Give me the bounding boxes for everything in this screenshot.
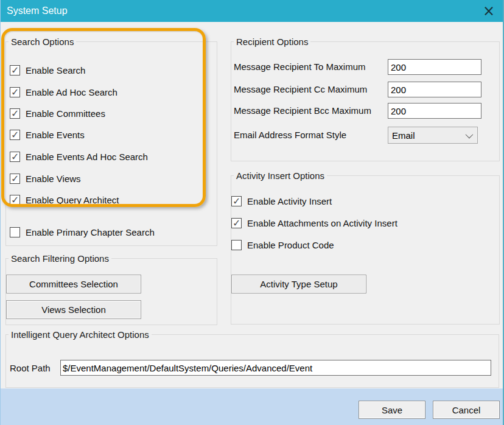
checkbox-label: Enable Search — [26, 65, 85, 76]
checkbox-label: Enable Activity Insert — [247, 196, 332, 206]
cancel-button[interactable]: Cancel — [433, 401, 500, 419]
checkbox-row-attachments-activity-insert[interactable]: Enable Attachments on Activity Insert — [231, 217, 397, 229]
recipient-to-label: Message Recipient To Maximum — [234, 61, 365, 72]
email-format-value: Email — [392, 130, 415, 141]
checkbox-row-primary-chapter-search[interactable]: Enable Primary Chapter Search — [10, 226, 155, 238]
save-button[interactable]: Save — [359, 401, 425, 419]
enable-primary-chapter-search-checkbox[interactable] — [10, 227, 20, 237]
search-filtering-title: Search Filtering Options — [9, 253, 111, 264]
enable-events-adhoc-checkbox[interactable] — [10, 152, 20, 162]
recipient-options-group: Recipient Options Message Recipient To M… — [231, 41, 500, 161]
enable-query-architect-checkbox[interactable] — [10, 195, 20, 205]
enable-attachments-checkbox[interactable] — [231, 218, 242, 228]
checkbox-label: Enable Query Architect — [26, 195, 119, 205]
recipient-options-title: Recipient Options — [234, 37, 310, 47]
checkbox-row-enable-views[interactable]: Enable Views — [10, 172, 81, 184]
search-filtering-group: Search Filtering Options Committees Sele… — [5, 258, 217, 325]
titlebar: System Setup × — [1, 0, 504, 22]
recipient-cc-label: Message Recipient Cc Maximum — [234, 84, 367, 94]
recipient-to-max-input[interactable] — [388, 59, 481, 75]
checkbox-label: Enable Ad Hoc Search — [26, 87, 117, 97]
search-options-group: Search Options Enable Search Enable Ad H… — [5, 41, 217, 246]
checkbox-row-enable-events-adhoc[interactable]: Enable Events Ad Hoc Search — [10, 150, 148, 163]
checkbox-label: Enable Views — [26, 174, 81, 184]
checkbox-row-enable-events[interactable]: Enable Events — [10, 128, 85, 141]
recipient-to-row: Message Recipient To Maximum — [234, 59, 498, 75]
email-format-row: Email Address Format Style Email — [234, 127, 498, 144]
chevron-down-icon — [466, 130, 474, 138]
enable-product-code-checkbox[interactable] — [231, 240, 242, 250]
close-icon[interactable]: × — [480, 5, 497, 17]
search-options-title: Search Options — [9, 37, 76, 47]
enable-events-checkbox[interactable] — [10, 130, 20, 140]
checkbox-row-activity-insert[interactable]: Enable Activity Insert — [231, 195, 332, 207]
recipient-cc-max-input[interactable] — [388, 82, 481, 97]
checkbox-label: Enable Events Ad Hoc Search — [26, 152, 148, 162]
activity-type-setup-button[interactable]: Activity Type Setup — [231, 275, 366, 293]
root-path-input[interactable] — [60, 360, 491, 376]
recipient-bcc-max-input[interactable] — [388, 103, 481, 119]
checkbox-label: Enable Primary Chapter Search — [26, 227, 155, 237]
recipient-cc-row: Message Recipient Cc Maximum — [234, 82, 498, 97]
checkbox-row-enable-search[interactable]: Enable Search — [10, 64, 85, 76]
checkbox-label: Enable Product Code — [247, 240, 334, 250]
enable-committees-checkbox[interactable] — [10, 108, 20, 119]
enable-search-checkbox[interactable] — [10, 65, 20, 76]
enable-activity-insert-checkbox[interactable] — [231, 196, 242, 206]
recipient-bcc-label: Message Recipient Bcc Maximum — [234, 105, 371, 116]
activity-insert-group: Activity Insert Options Enable Activity … — [231, 175, 500, 325]
checkbox-row-product-code[interactable]: Enable Product Code — [231, 239, 334, 251]
email-format-label: Email Address Format Style — [234, 130, 346, 140]
window-title: System Setup — [7, 5, 68, 16]
checkbox-row-enable-adhoc-search[interactable]: Enable Ad Hoc Search — [10, 86, 117, 98]
checkbox-label: Enable Attachments on Activity Insert — [247, 218, 397, 228]
system-setup-dialog: System Setup × Search Options Enable Sea… — [0, 0, 504, 425]
email-format-dropdown[interactable]: Email — [388, 127, 478, 144]
enable-adhoc-search-checkbox[interactable] — [10, 87, 20, 97]
query-architect-title: Intelligent Query Architect Options — [9, 329, 152, 340]
committees-selection-button[interactable]: Committees Selection — [6, 275, 141, 293]
recipient-bcc-row: Message Recipient Bcc Maximum — [234, 103, 498, 119]
checkbox-row-enable-query-architect[interactable]: Enable Query Architect — [10, 194, 119, 206]
query-architect-group: Intelligent Query Architect Options Root… — [5, 334, 499, 388]
root-path-label: Root Path — [10, 363, 51, 373]
checkbox-label: Enable Committees — [26, 108, 105, 119]
checkbox-label: Enable Events — [26, 130, 85, 140]
views-selection-button[interactable]: Views Selection — [6, 300, 141, 319]
activity-insert-title: Activity Insert Options — [234, 170, 327, 181]
checkbox-row-enable-committees[interactable]: Enable Committees — [10, 107, 105, 119]
footer-bar: Save Cancel — [1, 388, 504, 425]
enable-views-checkbox[interactable] — [10, 174, 20, 184]
